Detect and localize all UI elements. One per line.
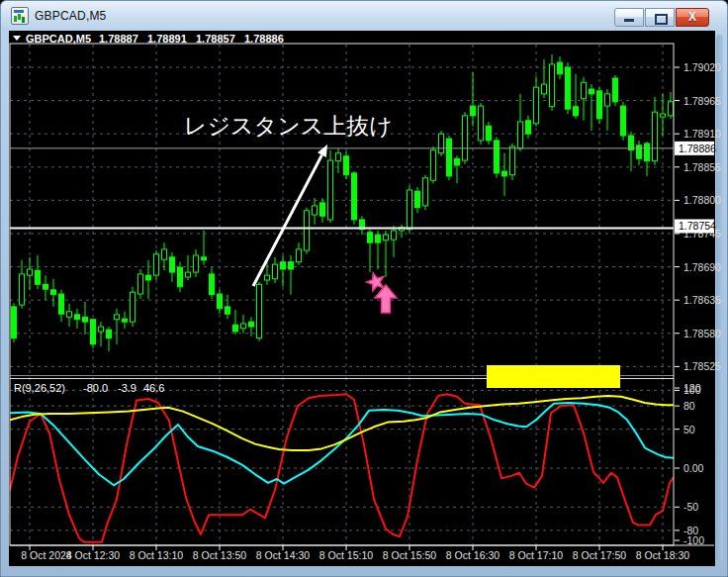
price-axis-label: 1.78690	[683, 261, 721, 273]
price-axis-label: 1.78635	[683, 294, 721, 306]
candle-body	[123, 319, 128, 322]
candle-body	[289, 262, 294, 269]
candle-body	[107, 330, 112, 338]
candle-body	[249, 322, 254, 327]
candle-body	[574, 107, 579, 116]
price-axis-label: 1.78580	[683, 328, 721, 339]
time-axis-label: 8 Oct 17:10	[509, 549, 563, 561]
candle-body	[605, 94, 610, 106]
indicator-axis-label: 80	[683, 400, 695, 412]
header-close: 1.78886	[244, 33, 284, 45]
candle-body	[178, 267, 183, 287]
candle-body	[226, 307, 230, 314]
candle-body	[328, 160, 333, 220]
time-axis-label: 8 Oct 14:30	[256, 549, 310, 561]
candle-body	[273, 264, 278, 279]
candle-body	[447, 139, 452, 176]
candle-body	[455, 158, 460, 165]
candle-body	[344, 156, 349, 175]
candle-body	[20, 274, 25, 305]
candle-body	[479, 106, 484, 141]
time-axis-label: 8 Oct 18:30	[636, 549, 689, 561]
candle-body	[265, 275, 270, 280]
candle-body	[170, 257, 175, 272]
candle-body	[12, 307, 17, 338]
candle-body	[352, 173, 357, 220]
candle-body	[550, 64, 555, 107]
candle-body	[368, 233, 373, 242]
candle-body	[59, 294, 64, 314]
candle-body	[518, 122, 523, 148]
candle-body	[384, 235, 389, 240]
highlight-rectangle[interactable]	[487, 365, 620, 388]
candle-body	[566, 67, 571, 109]
time-axis-label: 8 Oct 13:50	[193, 549, 246, 561]
candle-body	[218, 294, 223, 309]
price-axis-label: 1.78800	[683, 194, 721, 206]
time-axis-label: 8 Oct 13:10	[130, 549, 183, 561]
candle-body	[67, 312, 72, 317]
indicator-axis-label: -100	[683, 534, 704, 546]
candle-body	[669, 102, 674, 116]
chevron-down-icon[interactable]	[13, 36, 21, 41]
candle-body	[28, 269, 33, 275]
candle-body	[590, 89, 594, 94]
candle-body	[320, 203, 325, 216]
candle-body	[542, 84, 547, 94]
candle-body	[233, 325, 238, 332]
bid-price-badge-label: 1.78886	[679, 143, 716, 154]
candle-body	[99, 327, 104, 332]
candle-body	[257, 284, 262, 337]
candle-body	[408, 190, 412, 230]
candle-body	[376, 235, 381, 242]
candle-body	[558, 62, 563, 74]
candle-body	[44, 284, 48, 289]
candle-body	[637, 145, 642, 158]
candle-body	[115, 315, 120, 320]
candle-body	[597, 91, 602, 119]
screen: { "window": { "title": "GBPCAD,M5" }, "h…	[0, 0, 728, 577]
candle-body	[154, 254, 159, 275]
indicator-axis-label: -50	[683, 501, 698, 513]
candle-body	[526, 121, 531, 134]
candle-body	[613, 78, 618, 102]
candle-body	[241, 324, 246, 329]
annotation-text[interactable]: レジスタンス上抜け	[184, 113, 393, 139]
star-marker-icon[interactable]	[367, 273, 384, 291]
up-arrow-marker-icon[interactable]	[375, 285, 397, 313]
price-axis-label: 1.78855	[683, 161, 721, 173]
candle-body	[281, 262, 286, 269]
indicator-axis-label: 0.00	[683, 462, 704, 474]
time-axis-label: 8 Oct 15:10	[319, 549, 373, 561]
candle-body	[146, 275, 151, 280]
time-axis-label: 8 Oct 16:30	[446, 549, 500, 561]
candle-body	[75, 315, 80, 320]
candle-body	[91, 320, 96, 344]
price-axis-label: 1.78965	[683, 95, 721, 107]
candle-body	[138, 274, 143, 294]
candle-body	[502, 171, 507, 176]
candle-body	[336, 153, 341, 161]
indicator-line-rci26	[10, 403, 674, 485]
indicator-value-1: -80.0	[83, 382, 108, 394]
candle-body	[431, 150, 436, 181]
time-axis-label: 8 Oct 17:50	[573, 549, 626, 561]
price-axis-label: 1.78525	[683, 360, 721, 372]
candle-body	[495, 141, 500, 173]
candle-body	[534, 87, 539, 124]
candle-body	[131, 292, 136, 322]
header-low: 1.78857	[196, 33, 235, 45]
candle-body	[392, 231, 397, 240]
candle-body	[162, 249, 167, 259]
indicator-name: R(9,26,52)	[14, 382, 65, 394]
candle-body	[305, 211, 310, 250]
candle-body	[313, 206, 318, 215]
candle-body	[36, 270, 41, 284]
candle-body	[645, 144, 650, 161]
indicator-axis-label: 50	[683, 424, 695, 435]
candle-body	[463, 116, 468, 160]
candle-body	[510, 146, 515, 175]
candle-body	[186, 272, 191, 277]
time-axis-label: 8 Oct 15:50	[383, 549, 436, 561]
indicator-axis-label: 100	[683, 384, 701, 396]
